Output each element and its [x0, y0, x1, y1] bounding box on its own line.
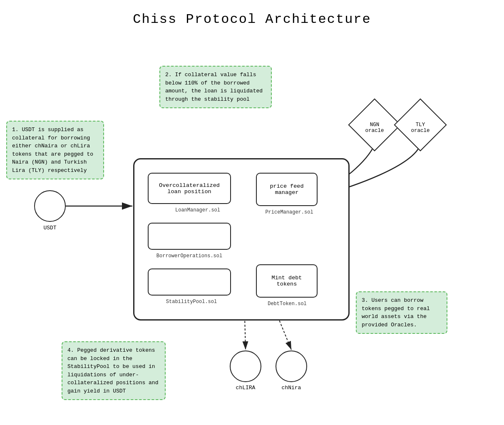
stability-pool-label: StabilityPool.sol	[150, 299, 233, 305]
annotation-3: 3. Users can borrow tokens pegged to rea…	[356, 291, 447, 334]
annotation-2: 2. If collateral value falls below 110% …	[159, 66, 272, 108]
borrower-operations-label: BorrowerOperations.sol	[142, 253, 237, 259]
stability-pool-box	[148, 268, 231, 296]
chnira-node	[276, 350, 307, 382]
to-chnira-arrow	[278, 317, 291, 350]
loan-manager-box: Overcollateralized loan position	[148, 173, 231, 204]
tly-oracle-container: TLY oracle	[402, 106, 439, 144]
to-chlira-arrow	[245, 317, 246, 350]
annotation-1: 1. USDT is supplied as collateral for bo…	[6, 121, 104, 179]
tly-oracle-label: TLY oracle	[411, 116, 430, 134]
annotation-4: 4. Pegged derivative tokens can be locke…	[62, 341, 166, 400]
ngn-oracle-label: NGN oracle	[365, 116, 384, 134]
chlira-label: chLIRA	[230, 385, 261, 391]
chnira-label: chNira	[276, 385, 307, 391]
price-feed-manager-box: price feed manager	[256, 173, 318, 206]
loan-manager-label: LoanManager.sol	[156, 207, 239, 213]
price-manager-label: PriceManager.sol	[248, 209, 331, 215]
chlira-node	[230, 350, 261, 382]
ngn-oracle-container: NGN oracle	[356, 106, 393, 144]
page-title: Chiss Protocol Architecture	[0, 12, 504, 27]
usdt-label: USDT	[34, 225, 66, 231]
debt-token-label: DebtToken.sol	[250, 301, 325, 307]
borrower-operations-box	[148, 223, 231, 250]
usdt-node	[34, 190, 66, 222]
debt-token-box: Mint debt tokens	[256, 264, 318, 298]
